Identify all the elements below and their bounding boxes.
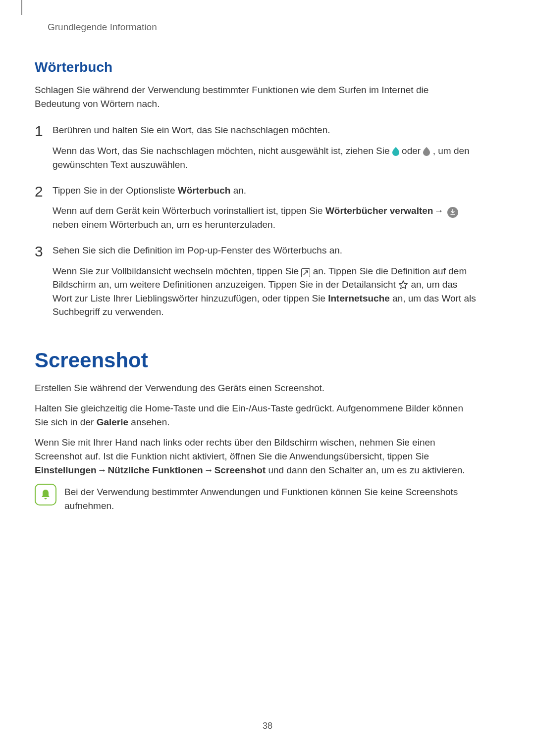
arrow-separator: → <box>97 463 108 477</box>
step-3: 3 Sehen Sie sich die Definition im Pop-u… <box>35 244 477 319</box>
text-fragment: Tippen Sie in der Optionsliste <box>53 185 178 196</box>
text-fragment: Wenn auf dem Gerät kein Wörterbuch vorin… <box>53 205 325 216</box>
step-line: Sehen Sie sich die Definition im Pop-up-… <box>53 244 477 257</box>
screenshot-paragraph-3: Wenn Sie mit Ihrer Hand nach links oder … <box>35 436 477 477</box>
page-number: 38 <box>0 721 535 731</box>
step-1: 1 Berühren und halten Sie ein Wort, das … <box>35 123 477 172</box>
bold-term: Internetsuche <box>328 293 390 303</box>
text-fragment: Wenn Sie zur Vollbildansicht wechseln mö… <box>53 266 301 276</box>
step-line: Berühren und halten Sie ein Wort, das Si… <box>53 123 477 137</box>
step-line: Wenn Sie zur Vollbildansicht wechseln mö… <box>53 264 477 319</box>
bold-term: Wörterbuch <box>178 185 231 196</box>
text-fragment: und dann den Schalter an, um es zu aktiv… <box>266 465 465 475</box>
screenshot-paragraph-2: Halten Sie gleichzeitig die Home-Taste u… <box>35 402 477 429</box>
text-fragment: neben einem Wörterbuch an, um es herunte… <box>53 219 275 230</box>
bold-term: Screenshot <box>214 465 266 475</box>
bold-term: Galerie <box>97 417 128 427</box>
subhead-worterbuch: Wörterbuch <box>35 59 477 75</box>
note-bell-icon <box>35 484 56 505</box>
steps-list: 1 Berühren und halten Sie ein Wort, das … <box>35 123 477 319</box>
arrow-separator: → <box>203 463 214 477</box>
download-icon <box>447 207 458 218</box>
step-body: Tippen Sie in der Optionsliste Wörterbuc… <box>53 184 477 232</box>
corner-mark <box>21 0 22 15</box>
step-line: Wenn auf dem Gerät kein Wörterbuch vorin… <box>53 204 477 232</box>
note-block: Bei der Verwendung bestimmter Anwendunge… <box>35 484 477 512</box>
step-body: Sehen Sie sich die Definition im Pop-up-… <box>53 244 477 319</box>
intro-paragraph: Schlagen Sie während der Verwendung best… <box>35 83 477 110</box>
expand-icon <box>301 268 310 277</box>
text-fragment: ansehen. <box>128 417 169 427</box>
text-fragment: oder <box>402 146 423 156</box>
text-fragment: an. <box>230 185 246 196</box>
text-fragment: Wenn Sie mit Ihrer Hand nach links oder … <box>35 437 435 461</box>
bold-term: Nützliche Funktionen <box>108 465 203 475</box>
step-number: 3 <box>35 244 53 319</box>
heading-screenshot: Screenshot <box>35 349 477 372</box>
step-body: Berühren und halten Sie ein Wort, das Si… <box>53 123 477 172</box>
step-line: Tippen Sie in der Optionsliste Wörterbuc… <box>53 184 477 198</box>
step-number: 1 <box>35 123 53 172</box>
selection-handle-right-icon <box>423 145 430 158</box>
selection-handle-left-icon <box>392 145 399 158</box>
running-header: Grundlegende Information <box>48 22 477 33</box>
text-fragment: Wenn das Wort, das Sie nachschlagen möch… <box>53 146 392 156</box>
star-icon <box>398 280 408 290</box>
step-line: Wenn das Wort, das Sie nachschlagen möch… <box>53 144 477 172</box>
arrow-separator: → <box>433 204 444 218</box>
note-text: Bei der Verwendung bestimmter Anwendunge… <box>64 484 477 512</box>
screenshot-paragraph-1: Erstellen Sie während der Verwendung des… <box>35 381 477 395</box>
step-2: 2 Tippen Sie in der Optionsliste Wörterb… <box>35 184 477 232</box>
step-number: 2 <box>35 184 53 232</box>
bold-term: Einstellungen <box>35 465 97 475</box>
bold-term: Wörterbücher verwalten <box>325 205 433 216</box>
page-content: Grundlegende Information Wörterbuch Schl… <box>0 0 535 532</box>
